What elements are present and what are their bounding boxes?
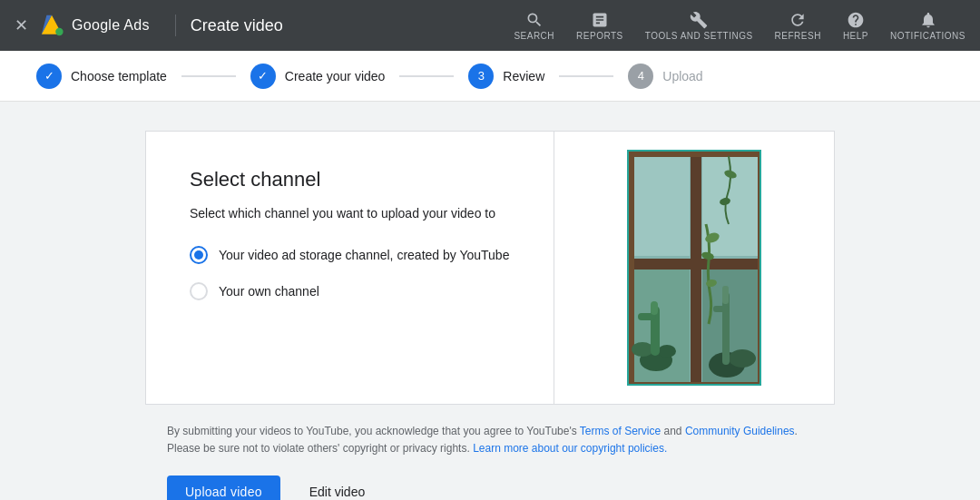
notifications-action[interactable]: NOTIFICATIONS	[890, 11, 965, 41]
reports-action[interactable]: REPORTS	[576, 11, 623, 41]
video-preview	[627, 150, 761, 386]
footer-disclaimer: By submitting your videos to YouTube, yo…	[145, 405, 835, 475]
step-connector-1	[181, 75, 236, 77]
step-1-label: Choose template	[71, 69, 167, 83]
step-2-label: Create your video	[285, 69, 386, 83]
notifications-label: NOTIFICATIONS	[890, 31, 965, 41]
step-4-number: 4	[638, 69, 644, 83]
brand-name: Google Ads	[72, 17, 150, 34]
reports-icon	[591, 11, 609, 29]
video-preview-panel	[554, 131, 835, 405]
refresh-action[interactable]: REFRESH	[775, 11, 821, 41]
footer-text-and: and	[661, 425, 685, 437]
svg-rect-10	[629, 259, 761, 270]
svg-rect-25	[722, 286, 729, 304]
help-icon	[847, 11, 865, 29]
tools-icon	[690, 11, 708, 29]
radio-option-ad-storage[interactable]: Your video ad storage channel, created b…	[190, 246, 510, 264]
reports-label: REPORTS	[576, 31, 623, 41]
step-3-label: Review	[503, 69, 544, 83]
svg-rect-12	[758, 152, 761, 386]
svg-rect-14	[629, 382, 761, 386]
close-button[interactable]: ✕	[15, 15, 28, 35]
search-action[interactable]: SEARCH	[514, 11, 554, 41]
copyright-link[interactable]: Learn more about our copyright policies.	[473, 442, 667, 455]
search-icon	[525, 11, 544, 29]
svg-rect-13	[629, 152, 761, 157]
checkmark-icon: ✓	[44, 69, 54, 83]
step-3-circle: 3	[468, 64, 494, 89]
radio-btn-own-channel[interactable]	[190, 282, 208, 300]
radio-option-own-channel[interactable]: Your own channel	[190, 282, 510, 300]
stepper: ✓ Choose template ✓ Create your video 3 …	[0, 51, 980, 102]
step-4-label: Upload	[662, 69, 702, 83]
step-connector-2	[399, 75, 454, 77]
help-action[interactable]: HELP	[843, 11, 868, 41]
svg-point-22	[729, 349, 756, 368]
community-guidelines-link[interactable]: Community Guidelines	[685, 425, 795, 437]
svg-point-2	[55, 28, 63, 35]
footer-buttons: Upload video Edit video	[145, 475, 835, 500]
top-navbar: ✕ Google Ads Create video SEARCH REPORTS…	[0, 0, 980, 51]
step-upload: 4 Upload	[613, 64, 717, 89]
step-2-circle: ✓	[250, 64, 276, 89]
refresh-label: REFRESH	[775, 31, 821, 41]
greenhouse-preview-icon	[629, 152, 761, 386]
step-create-video: ✓ Create your video	[236, 64, 400, 89]
refresh-icon	[789, 11, 807, 29]
step-connector-3	[559, 75, 613, 77]
help-label: HELP	[843, 31, 868, 41]
navbar-actions: SEARCH REPORTS TOOLS AND SETTINGS REFRES…	[514, 11, 965, 41]
upload-video-button[interactable]: Upload video	[167, 475, 280, 500]
step-3-number: 3	[478, 69, 485, 83]
step-1-circle: ✓	[36, 64, 62, 89]
edit-video-button[interactable]: Edit video	[291, 475, 383, 500]
tools-label: TOOLS AND SETTINGS	[645, 31, 753, 41]
svg-point-16	[632, 342, 653, 357]
page-title: Create video	[191, 16, 514, 35]
radio-btn-ad-storage[interactable]	[190, 246, 208, 264]
select-channel-title: Select channel	[190, 168, 510, 191]
step-review: 3 Review	[454, 64, 559, 89]
checkmark-icon-2: ✓	[258, 69, 268, 83]
svg-point-17	[658, 345, 676, 358]
tools-action[interactable]: TOOLS AND SETTINGS	[645, 11, 753, 41]
radio-label-own-channel: Your own channel	[219, 284, 319, 299]
google-ads-logo-icon	[39, 13, 64, 38]
svg-rect-24	[713, 306, 730, 312]
select-channel-panel: Select channel Select which channel you …	[145, 131, 554, 405]
footer-text-before-tos: By submitting your videos to YouTube, yo…	[167, 425, 580, 437]
navbar-divider	[175, 15, 176, 36]
main-content: Select channel Select which channel you …	[0, 102, 980, 405]
step-4-circle: 4	[628, 64, 653, 89]
step-choose-template: ✓ Choose template	[22, 64, 181, 89]
tos-link[interactable]: Terms of Service	[580, 425, 661, 437]
radio-label-ad-storage: Your video ad storage channel, created b…	[219, 248, 509, 262]
svg-rect-20	[651, 301, 658, 315]
bell-icon	[919, 11, 937, 29]
search-label: SEARCH	[514, 31, 554, 41]
brand-logo: Google Ads	[39, 13, 150, 38]
svg-rect-5	[633, 156, 690, 256]
select-channel-description: Select which channel you want to upload …	[190, 206, 510, 221]
